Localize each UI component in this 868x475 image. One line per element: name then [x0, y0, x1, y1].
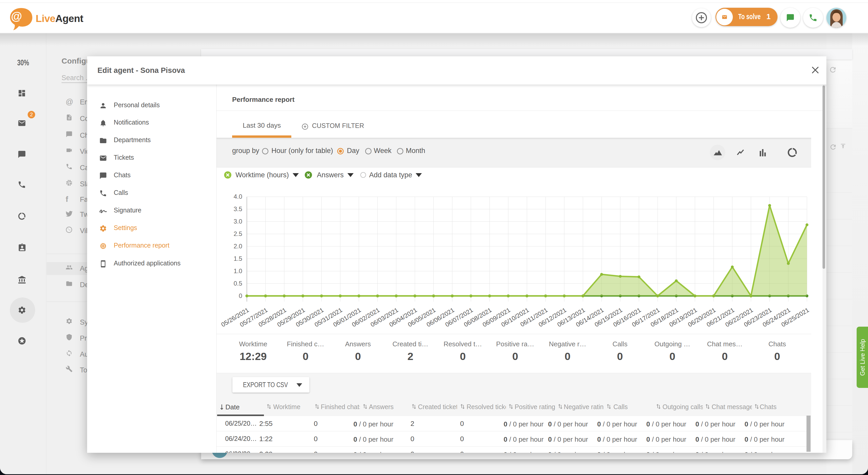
svg-text:@: @	[11, 10, 22, 23]
